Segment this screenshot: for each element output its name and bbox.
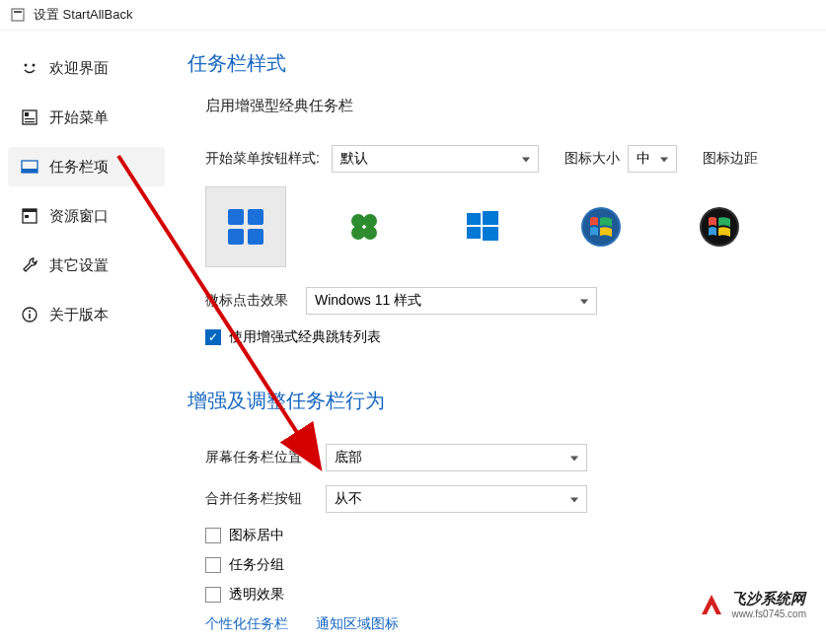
sidebar-item-label: 资源窗口 (49, 207, 109, 226)
sidebar-item-label: 关于版本 (49, 306, 109, 324)
svg-rect-6 (25, 118, 35, 119)
svg-rect-0 (12, 9, 24, 21)
start-icon-win10[interactable] (442, 186, 523, 267)
transparency-label: 透明效果 (229, 586, 284, 604)
taskbar-position-row: 屏幕任务栏位置 底部 (205, 444, 826, 471)
svg-rect-11 (23, 209, 37, 212)
svg-point-2 (25, 64, 28, 67)
combine-buttons-select[interactable]: 从不 (326, 485, 587, 513)
smile-icon (20, 58, 39, 78)
sidebar-item-other[interactable]: 其它设置 (0, 246, 173, 285)
enable-classic-desc: 启用增强型经典任务栏 (205, 97, 826, 115)
combine-buttons-row: 合并任务栏按钮 从不 (205, 485, 826, 513)
start-icon-win11[interactable] (205, 186, 286, 267)
watermark-title: 飞沙系统网 (731, 590, 806, 608)
sidebar-item-taskbar[interactable]: 任务栏项 (8, 147, 165, 186)
start-button-style-select[interactable]: 默认 (332, 145, 539, 173)
task-group-label: 任务分组 (229, 556, 284, 574)
task-group-checkbox[interactable] (205, 557, 221, 573)
transparency-checkbox[interactable] (205, 587, 221, 603)
wrench-icon (20, 255, 39, 275)
svg-rect-9 (22, 169, 38, 173)
svg-point-31 (702, 209, 737, 245)
svg-rect-25 (483, 211, 498, 225)
svg-point-29 (583, 209, 619, 245)
sidebar-item-label: 开始菜单 (49, 108, 109, 127)
sidebar-item-startmenu[interactable]: 开始菜单 (0, 98, 173, 137)
section-title-style: 任务栏样式 (188, 50, 826, 77)
taskbar-icon (20, 157, 39, 177)
svg-rect-1 (14, 11, 22, 13)
start-button-style-label: 开始菜单按钮样式: (205, 150, 320, 168)
jumplist-label: 使用增强式经典跳转列表 (229, 328, 381, 346)
start-icon-win7-flag[interactable] (679, 186, 760, 267)
start-icon-win7-orb[interactable] (561, 186, 641, 267)
svg-rect-19 (248, 229, 263, 245)
sidebar-item-welcome[interactable]: 欢迎界面 (0, 48, 173, 88)
center-icons-checkbox[interactable] (205, 528, 221, 543)
svg-point-20 (351, 214, 365, 228)
explorer-icon (20, 206, 39, 226)
watermark-url: www.fs0745.com (731, 608, 806, 619)
svg-rect-5 (25, 112, 29, 116)
start-button-style-row: 开始菜单按钮样式: 默认 图标大小 中 图标边距 (205, 145, 826, 173)
micro-effect-select[interactable]: Windows 11 样式 (306, 287, 597, 315)
start-icon-picker (205, 186, 826, 267)
svg-point-3 (33, 64, 36, 67)
main-content: 任务栏样式 启用增强型经典任务栏 开始菜单按钮样式: 默认 图标大小 中 图标边… (173, 31, 826, 644)
center-icons-label: 图标居中 (229, 527, 284, 544)
sidebar-item-about[interactable]: 关于版本 (0, 295, 173, 334)
svg-rect-24 (467, 213, 481, 225)
app-icon (10, 7, 26, 23)
info-icon (20, 305, 39, 324)
svg-rect-26 (467, 227, 481, 239)
svg-rect-7 (25, 121, 35, 122)
sidebar-item-explorer[interactable]: 资源窗口 (0, 196, 173, 236)
svg-point-21 (363, 214, 377, 228)
taskbar-position-label: 屏幕任务栏位置 (205, 449, 314, 466)
micro-effect-row: 微标点击效果 Windows 11 样式 (205, 287, 826, 315)
sidebar: 欢迎界面 开始菜单 任务栏项 资源窗口 其它设置 (0, 31, 173, 644)
svg-rect-16 (228, 209, 244, 225)
svg-rect-18 (228, 229, 244, 245)
window-title: 设置 StartAllBack (34, 6, 132, 24)
titlebar: 设置 StartAllBack (0, 0, 826, 31)
svg-point-22 (351, 226, 365, 240)
sidebar-item-label: 其它设置 (49, 256, 109, 275)
personalize-link[interactable]: 个性化任务栏 (205, 615, 288, 633)
svg-point-23 (363, 226, 377, 240)
task-group-row[interactable]: 任务分组 (205, 556, 826, 574)
svg-rect-27 (483, 227, 498, 241)
jumplist-checkbox[interactable] (205, 329, 221, 345)
icon-size-select[interactable]: 中 (628, 145, 677, 173)
jumplist-checkbox-row[interactable]: 使用增强式经典跳转列表 (205, 328, 826, 346)
tray-icons-link[interactable]: 通知区域图标 (316, 615, 399, 633)
start-menu-icon (20, 107, 39, 127)
svg-rect-12 (25, 215, 29, 218)
micro-effect-label: 微标点击效果 (205, 292, 294, 310)
section-title-behavior: 增强及调整任务栏行为 (188, 388, 826, 414)
start-icon-clover[interactable] (324, 186, 405, 267)
sidebar-item-label: 欢迎界面 (49, 59, 109, 78)
combine-buttons-label: 合并任务栏按钮 (205, 490, 314, 508)
svg-rect-15 (29, 314, 31, 319)
svg-rect-17 (248, 209, 263, 225)
icon-margin-label: 图标边距 (703, 150, 758, 168)
taskbar-position-select[interactable]: 底部 (326, 444, 587, 471)
watermark: 飞沙系统网 www.fs0745.com (698, 590, 806, 619)
icon-size-label: 图标大小 (564, 150, 620, 168)
sidebar-item-label: 任务栏项 (49, 158, 109, 177)
svg-point-14 (29, 311, 31, 313)
watermark-logo-icon (698, 591, 725, 618)
center-icons-row[interactable]: 图标居中 (205, 527, 826, 544)
